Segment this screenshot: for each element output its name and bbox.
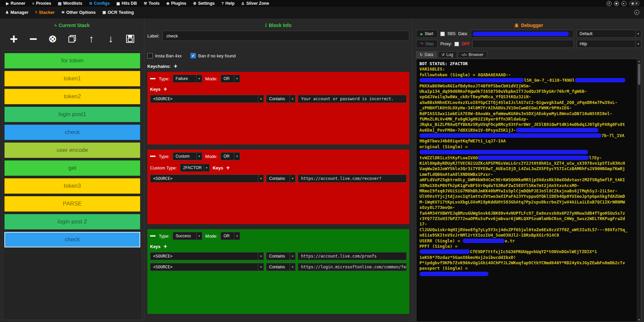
keychain-type-dropdown[interactable]: Custom▼ — [173, 152, 202, 160]
log-text: Au6Em]_PnvFM8m-7d8XiRVe1V-8PsyoZSK1jJ- — [419, 128, 516, 133]
chevron-down-icon: ▼ — [258, 252, 264, 260]
start-button[interactable]: ▶ Start — [416, 30, 438, 38]
key-value-input[interactable]: https://login.microsoftonline.com/common… — [298, 263, 407, 271]
block-info-title: i Block Info — [147, 22, 409, 28]
chevron-down-icon: ▾ — [636, 2, 637, 5]
key-comparer-dropdown[interactable]: Contains▼ — [266, 263, 296, 271]
stack-remove-button[interactable]: − — [28, 32, 39, 46]
scrollbar-thumb[interactable] — [638, 64, 640, 85]
step-button[interactable]: ↷ Step — [416, 40, 438, 48]
stack-save-button[interactable] — [124, 32, 136, 46]
key-source-dropdown[interactable]: <SOURCE>▼ — [150, 95, 264, 103]
menu-item-runner[interactable]: ▶Runner — [3, 0, 29, 7]
log-text: UlVOVstYjcjtdjzocIqY1mttvZVtwo3eXIPaFA23… — [419, 194, 625, 199]
remove-keychain-button[interactable] — [150, 156, 155, 157]
log-text: faG4M34YXBWYEJqBMzuGUWg5nvk6JBK80v4vNUPf… — [419, 211, 625, 216]
menu-item-silver-zone[interactable]: ♙Silver Zone — [238, 0, 272, 7]
wordlist-type-dropdown[interactable]: Default ▼ — [577, 30, 641, 38]
keychain-mode-dropdown[interactable]: OR▼ — [221, 152, 240, 160]
stack-move-down-button[interactable]: ↓ — [105, 32, 117, 46]
keys-caption: Keys — [213, 165, 223, 170]
menu-item-ocr-testing[interactable]: ▣OCR Testing — [99, 7, 137, 18]
camera-icon: ◉ — [632, 2, 634, 5]
menu-item-hits-db[interactable]: ▦Hits DB — [113, 0, 140, 7]
dropdown-value: Custom — [173, 153, 196, 160]
log-text: H6g0TbevJ4b88iqotKqfWE7t1_LqJ7-IAA — [419, 138, 506, 143]
key-value-input[interactable]: https://account.live.com/recover? — [298, 175, 407, 183]
menu-item-other-options[interactable]: ≋Other Options — [58, 7, 99, 18]
stack-move-up-button[interactable]: ↑ — [86, 32, 97, 46]
scrollbar[interactable]: ▲ ▼ — [637, 59, 641, 322]
menu-item-help[interactable]: ?Help — [218, 0, 238, 7]
keychain-mode-dropdown[interactable]: OR▼ — [221, 232, 240, 240]
capture-pill[interactable]: ◉▾ — [629, 1, 640, 6]
stack-block[interactable]: get — [4, 160, 140, 176]
tab-browser[interactable]: </>Browser — [458, 51, 487, 58]
remove-keychain-button[interactable] — [150, 235, 155, 237]
menu-item-proxies[interactable]: ≡Proxies — [29, 0, 55, 7]
menu-item-manager[interactable]: ♟Manager — [2, 7, 32, 18]
log-content: BOT STATUS: 2FACTORVARIABLES:followtoken… — [419, 61, 636, 322]
tab-data[interactable]: ↻Data — [416, 51, 437, 58]
menu-item-tools[interactable]: ⚒Tools — [140, 0, 163, 7]
stack-block[interactable]: PARSE — [4, 196, 140, 212]
copy-icon — [68, 35, 76, 43]
add-keychain-button[interactable]: + — [174, 63, 177, 69]
menu-item-wordlists[interactable]: ▤Wordlists — [55, 0, 86, 7]
configs-icon: ⚙ — [89, 2, 92, 5]
scroll-up-arrow[interactable]: ▲ — [637, 59, 641, 63]
add-key-button[interactable]: + — [164, 243, 167, 249]
camera-icon[interactable]: ◉ — [614, 1, 619, 6]
keychain-type-dropdown[interactable]: Failure▼ — [173, 75, 202, 83]
stack-block[interactable]: for token — [4, 53, 140, 69]
stack-block[interactable]: user encode — [4, 142, 140, 158]
proxy-checkbox[interactable] — [455, 42, 459, 46]
stack-block[interactable]: token2 — [4, 89, 140, 104]
sbs-checkbox[interactable] — [440, 32, 445, 36]
type-caption: Type: — [159, 234, 170, 239]
stack-block[interactable]: token3 — [4, 178, 140, 194]
key-value-input[interactable]: https://account.live.com/proofs — [298, 252, 407, 260]
menu-item-settings[interactable]: ⚙Settings — [190, 0, 218, 7]
add-key-button[interactable]: + — [226, 165, 230, 171]
menu-item-label: Wordlists — [63, 1, 82, 6]
remove-keychain-button[interactable] — [150, 78, 155, 79]
log-line — [419, 150, 636, 155]
stack-clone-button[interactable] — [66, 32, 78, 46]
key-comparer-dropdown[interactable]: Contains▼ — [266, 252, 296, 260]
data-input[interactable] — [471, 30, 574, 38]
keychain-mode-dropdown[interactable]: OR▼ — [221, 75, 240, 83]
stack-block[interactable]: check — [4, 232, 140, 247]
history-icon[interactable]: ↺ — [607, 1, 612, 6]
menu-item-plugins[interactable]: ⊕Plugins — [163, 0, 189, 7]
key-source-dropdown[interactable]: <SOURCE>▼ — [150, 175, 264, 183]
stack-disable-button[interactable]: ⊗ — [47, 32, 58, 46]
block-label-input[interactable] — [163, 31, 409, 41]
stack-add-button[interactable]: + — [8, 32, 20, 46]
stack-block[interactable]: check — [4, 125, 140, 140]
tab-log[interactable]: ↺Log — [438, 51, 457, 58]
stack-block[interactable]: token1 — [4, 71, 140, 86]
keychain-type-dropdown[interactable]: Success▼ — [173, 232, 202, 240]
checkbox-ban-if-no-key-found[interactable]: ✔ — [191, 53, 196, 58]
menu-item-stacker[interactable]: ϟStacker — [32, 7, 58, 18]
stack-block[interactable]: login post1 — [4, 107, 140, 122]
menu-item-configs[interactable]: ⚙Configs — [86, 0, 113, 7]
log-line: H6g0TbevJ4b88iqotKqfWE7t1_LqJ7-IAA — [419, 138, 636, 144]
proxy-input[interactable] — [472, 40, 574, 48]
key-source-dropdown[interactable]: <SOURCE>▼ — [150, 263, 264, 271]
log-line: CfE9DP7ttfxjIc5G36PRUUqgvhUqYZ*tO0VnDGnl… — [419, 249, 636, 254]
scroll-down-arrow[interactable]: ▼ — [637, 318, 641, 322]
video-icon[interactable]: ▸ — [621, 1, 626, 6]
custom-type-dropdown[interactable]: 2FACTOR▼ — [180, 164, 210, 172]
proxy-type-dropdown[interactable]: Http ▼ — [577, 40, 641, 48]
stack-block[interactable]: login post 2 — [4, 214, 140, 230]
key-value-input[interactable]: Your account or password is incorrect. — [298, 95, 407, 103]
key-comparer-dropdown[interactable]: Contains▼ — [266, 175, 296, 183]
log-line: aNFLdVxP25qbtrmOLy_UWM4kW94CoC9ErKW5QOHk… — [419, 177, 636, 183]
key-source-dropdown[interactable]: <SOURCE>▼ — [150, 252, 264, 260]
checkbox-insta-ban-4xx[interactable] — [147, 53, 153, 58]
key-comparer-dropdown[interactable]: Contains▼ — [266, 95, 296, 103]
add-key-button[interactable]: + — [164, 86, 167, 92]
theme-icon[interactable]: ◐ — [634, 10, 639, 15]
